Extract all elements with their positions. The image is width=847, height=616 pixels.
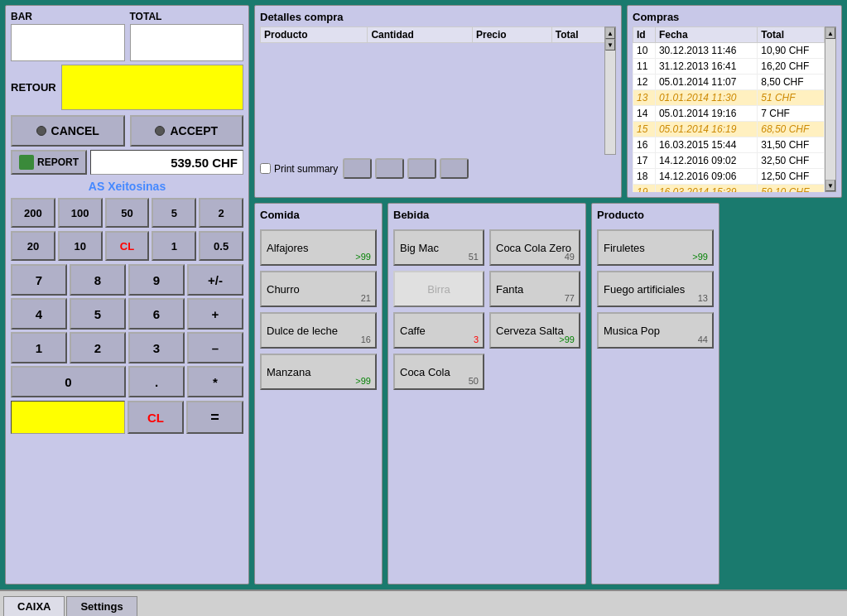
bebida-row-3: Caffe 3 Cerveza Salta >99 xyxy=(393,312,580,349)
detalles-scrollbar[interactable]: ▲ ▼ xyxy=(604,26,616,155)
tab-settings[interactable]: Settings xyxy=(66,596,137,616)
table-row[interactable]: 1205.01.2014 11:078,50 CHF xyxy=(633,75,825,90)
tab-caixa[interactable]: CAIXA xyxy=(3,596,65,616)
report-button[interactable]: REPORT xyxy=(11,150,87,175)
bottom-eq-button[interactable]: = xyxy=(186,401,243,434)
denom-1[interactable]: 1 xyxy=(152,231,196,261)
denom-200[interactable]: 200 xyxy=(11,198,55,228)
table-row[interactable]: 1405.01.2014 19:167 CHF xyxy=(633,106,825,122)
comida-title: Comida xyxy=(260,209,377,221)
scroll-up-arrow[interactable]: ▲ xyxy=(605,27,615,39)
total-input[interactable] xyxy=(130,24,244,61)
scroll-down-arrow[interactable]: ▼ xyxy=(605,39,615,51)
compras-title: Compras xyxy=(633,11,836,23)
accept-led xyxy=(155,126,165,136)
table-row[interactable]: 1301.01.2014 11:3051 CHF xyxy=(633,90,825,106)
cancel-button[interactable]: CANCEL xyxy=(11,115,125,147)
num-9[interactable]: 9 xyxy=(128,264,185,296)
product-fanta[interactable]: Fanta 77 xyxy=(489,271,580,307)
num-1[interactable]: 1 xyxy=(11,332,67,363)
num-2[interactable]: 2 xyxy=(70,332,126,363)
cancel-accept-row: CANCEL ACCEPT xyxy=(11,115,243,147)
print-summary-checkbox[interactable] xyxy=(260,163,271,174)
app-container: BAR TOTAL RETOUR CANCEL A xyxy=(0,0,847,616)
compras-panel: Compras Id Fecha Total xyxy=(627,5,842,198)
denom-50[interactable]: 50 xyxy=(105,198,150,228)
table-row[interactable]: 1131.12.2013 16:4116,20 CHF xyxy=(633,59,825,75)
products-area: Comida Alfajores >99 Churro 21 Dulce de … xyxy=(254,203,842,585)
num-3[interactable]: 3 xyxy=(128,332,185,363)
detalles-col-precio: Precio xyxy=(472,27,551,43)
denominations-row: 200 100 50 5 2 xyxy=(11,198,243,228)
bar-section: BAR xyxy=(11,11,125,61)
producto-title: Producto xyxy=(597,209,714,221)
num-plusminus[interactable]: +/- xyxy=(187,264,243,296)
product-musica-pop[interactable]: Musica Pop 44 xyxy=(597,312,714,349)
product-cerveza-salta[interactable]: Cerveza Salta >99 xyxy=(489,312,580,349)
bebida-row-4: Coca Cola 50 xyxy=(393,354,580,390)
detalles-bottom-row: Print summary xyxy=(260,158,616,179)
num-6[interactable]: 6 xyxy=(128,298,185,330)
compras-table: Id Fecha Total 1030.12.2013 11:4610,90 C… xyxy=(633,26,825,192)
product-dulce-de-leche[interactable]: Dulce de leche 16 xyxy=(260,312,377,349)
accept-button[interactable]: ACCEPT xyxy=(130,115,244,147)
action-btn-3[interactable] xyxy=(407,158,436,179)
table-row[interactable]: 1814.12.2016 09:0612,50 CHF xyxy=(633,169,825,185)
product-churro[interactable]: Churro 21 xyxy=(260,271,377,307)
product-fuego-artificiales[interactable]: Fuego artificiales 13 xyxy=(597,271,714,307)
product-bigmac[interactable]: Big Mac 51 xyxy=(393,229,484,266)
num-minus[interactable]: – xyxy=(187,332,243,363)
product-caffe[interactable]: Caffe 3 xyxy=(393,312,484,349)
cancel-led xyxy=(36,126,46,136)
compras-scrollbar[interactable]: ▲ ▼ xyxy=(825,26,836,192)
bar-label: BAR xyxy=(11,11,125,22)
table-row[interactable]: 1714.12.2016 09:0232,50 CHF xyxy=(633,153,825,169)
denom-0-5[interactable]: 0.5 xyxy=(199,231,243,261)
table-row[interactable]: 1616.03.2015 15:4431,50 CHF xyxy=(633,137,825,153)
producto-section: Producto Firuletes >99 Fuego artificiale… xyxy=(591,203,719,585)
action-btn-1[interactable] xyxy=(343,158,372,179)
product-cocacolazero[interactable]: Coca Cola Zero 49 xyxy=(489,229,580,266)
num-4[interactable]: 4 xyxy=(11,298,67,330)
table-row[interactable]: 1030.12.2013 11:4610,90 CHF xyxy=(633,43,825,59)
denom-10[interactable]: 10 xyxy=(58,231,103,261)
comida-section: Comida Alfajores >99 Churro 21 Dulce de … xyxy=(254,203,383,585)
bar-input[interactable] xyxy=(11,24,125,61)
product-firuletes[interactable]: Firuletes >99 xyxy=(597,229,714,266)
compras-scroll-down[interactable]: ▼ xyxy=(825,180,835,191)
num-multiply[interactable]: * xyxy=(187,366,243,397)
product-manzana[interactable]: Manzana >99 xyxy=(260,354,377,390)
compras-col-fecha: Fecha xyxy=(655,27,757,43)
bebida-row-2: Birra Fanta 77 xyxy=(393,271,580,307)
action-btn-2[interactable] xyxy=(375,158,404,179)
denom-cl[interactable]: CL xyxy=(105,231,150,261)
denom-5[interactable]: 5 xyxy=(152,198,196,228)
num-8[interactable]: 8 xyxy=(70,264,126,296)
bottom-input[interactable] xyxy=(11,401,125,434)
bottom-cl-button[interactable]: CL xyxy=(128,401,185,434)
numpad-grid: 7 8 9 +/- 4 5 6 + 1 2 3 – 0 . * xyxy=(11,264,243,397)
num-dot[interactable]: . xyxy=(128,366,185,397)
bar-total-row: BAR TOTAL xyxy=(11,11,243,61)
cancel-label: CANCEL xyxy=(51,124,99,137)
bebida-title: Bebida xyxy=(393,209,580,221)
retour-row: RETOUR xyxy=(11,65,243,110)
denom-2[interactable]: 2 xyxy=(199,198,243,228)
denom-100[interactable]: 100 xyxy=(58,198,103,228)
product-cocacola[interactable]: Coca Cola 50 xyxy=(393,354,484,390)
detalles-col-producto: Producto xyxy=(261,27,368,43)
product-alfajores[interactable]: Alfajores >99 xyxy=(260,229,377,266)
detalles-table-container: Producto Cantidad Precio Total ▲ xyxy=(260,26,616,155)
compras-scroll-up[interactable]: ▲ xyxy=(825,27,835,39)
action-btn-4[interactable] xyxy=(440,158,469,179)
table-row[interactable]: 1916.03.2014 15:3959,10 CHF xyxy=(633,185,825,193)
table-row[interactable]: 1505.01.2014 16:1968,50 CHF xyxy=(633,122,825,137)
detalles-title: Detalles compra xyxy=(260,11,616,23)
denom-20[interactable]: 20 xyxy=(11,231,55,261)
num-7[interactable]: 7 xyxy=(11,264,67,296)
retour-input[interactable] xyxy=(61,65,243,110)
num-5[interactable]: 5 xyxy=(70,298,126,330)
num-0[interactable]: 0 xyxy=(11,366,126,397)
accept-label: ACCEPT xyxy=(170,124,218,137)
num-plus[interactable]: + xyxy=(187,298,243,330)
